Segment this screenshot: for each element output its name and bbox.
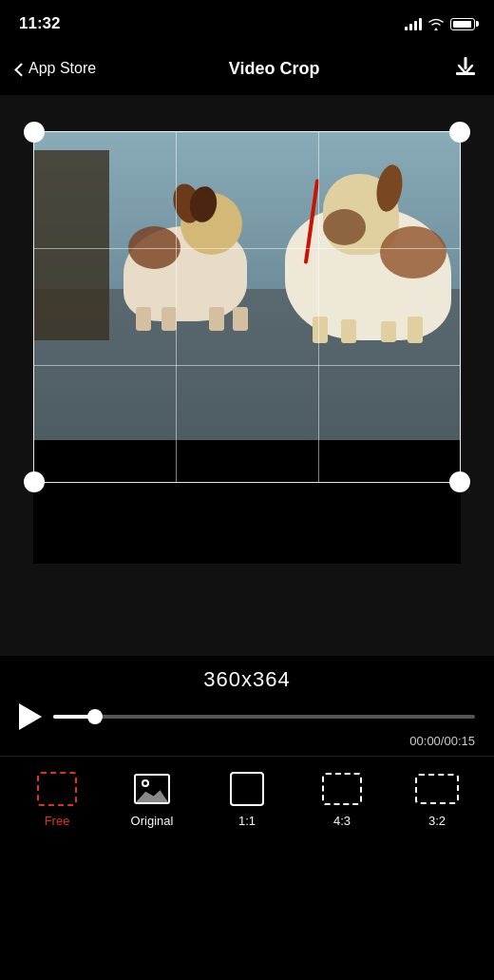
tool-free[interactable]: Free (19, 770, 95, 828)
tool-three-two[interactable]: 3:2 (399, 770, 475, 828)
four-three-icon-container (318, 770, 366, 808)
video-area (0, 95, 494, 656)
playback-controls: 00:00/00:15 (0, 700, 494, 756)
tool-one-one[interactable]: 1:1 (209, 770, 285, 828)
back-button[interactable]: App Store (15, 60, 96, 77)
one-one-icon-container (223, 770, 271, 808)
battery-icon (450, 18, 475, 30)
time-display: 00:00/00:15 (19, 730, 475, 748)
status-icons (405, 17, 475, 30)
crop-overlay[interactable] (33, 131, 461, 483)
page-title: Video Crop (229, 59, 320, 79)
download-button[interactable] (452, 53, 479, 84)
crop-handle-tr[interactable] (449, 122, 470, 143)
crop-grid (34, 132, 460, 482)
one-one-icon (230, 772, 264, 806)
tool-four-three[interactable]: 4:3 (304, 770, 380, 828)
one-one-label: 1:1 (238, 814, 256, 828)
status-bar: 11:32 (0, 0, 494, 42)
crop-handle-br[interactable] (449, 471, 470, 492)
four-three-icon (322, 773, 362, 805)
chevron-left-icon (14, 63, 28, 76)
video-frame[interactable] (33, 131, 461, 564)
progress-thumb[interactable] (87, 709, 103, 724)
playback-row (19, 703, 475, 730)
download-icon (452, 53, 479, 80)
tool-original[interactable]: Original (114, 770, 190, 828)
svg-rect-1 (465, 57, 467, 69)
four-three-label: 4:3 (333, 814, 351, 828)
progress-track[interactable] (53, 715, 475, 719)
free-icon-container (33, 770, 81, 808)
mountain-shape (136, 787, 168, 802)
status-time: 11:32 (19, 14, 60, 33)
three-two-label: 3:2 (428, 814, 446, 828)
play-icon (19, 703, 42, 730)
crop-handle-bl[interactable] (24, 471, 45, 492)
bottom-toolbar: Free Original 1:1 4:3 3:2 (0, 756, 494, 847)
nav-bar: App Store Video Crop (0, 42, 494, 95)
three-two-icon (415, 774, 459, 804)
original-icon (134, 774, 170, 804)
free-icon (37, 772, 77, 806)
free-label: Free (45, 814, 70, 828)
crop-dimensions: 360x364 (0, 656, 494, 700)
crop-handle-tl[interactable] (24, 122, 45, 143)
wifi-icon (428, 17, 445, 30)
original-label: Original (131, 814, 174, 828)
signal-icon (405, 17, 422, 30)
back-label: App Store (28, 60, 96, 77)
original-icon-container (128, 770, 176, 808)
sun-shape (142, 779, 149, 787)
three-two-icon-container (413, 770, 461, 808)
play-button[interactable] (19, 703, 42, 730)
crop-border (33, 131, 461, 483)
